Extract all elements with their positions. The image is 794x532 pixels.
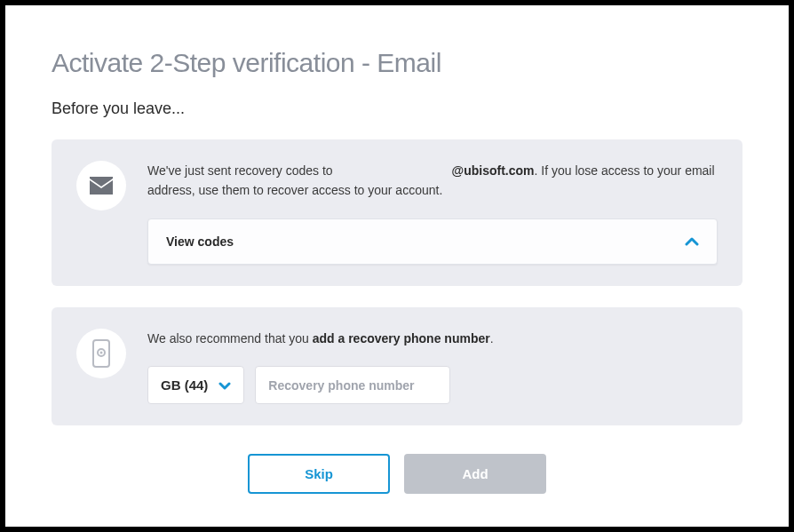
mail-icon — [90, 177, 113, 195]
email-domain: @ubisoft.com — [452, 163, 535, 178]
country-code-select[interactable]: GB (44) — [147, 366, 244, 404]
skip-button[interactable]: Skip — [248, 454, 390, 494]
chevron-down-icon — [218, 377, 231, 393]
recovery-phone-content: We also recommend that you add a recover… — [147, 329, 718, 404]
dialog-title: Activate 2-Step verification - Email — [52, 48, 742, 78]
svg-point-2 — [100, 351, 103, 353]
recovery-codes-text: We've just sent recovery codes to @ubiso… — [147, 161, 718, 201]
phone-input-row: GB (44) — [147, 366, 718, 404]
recovery-phone-input[interactable] — [255, 366, 450, 404]
phone-icon — [92, 339, 110, 368]
view-codes-label: View codes — [166, 234, 234, 249]
phone-text-prefix: We also recommend that you — [147, 331, 313, 345]
recovery-phone-panel: We also recommend that you add a recover… — [52, 307, 742, 425]
phone-text-bold: add a recovery phone number — [313, 331, 490, 345]
phone-text-suffix: . — [490, 331, 494, 345]
view-codes-button[interactable]: View codes — [147, 218, 718, 265]
recovery-phone-text: We also recommend that you add a recover… — [147, 329, 718, 348]
recovery-codes-content: We've just sent recovery codes to @ubiso… — [147, 161, 718, 265]
phone-icon-container — [76, 329, 126, 378]
chevron-up-icon — [685, 234, 699, 250]
recovery-codes-panel: We've just sent recovery codes to @ubiso… — [52, 139, 742, 286]
add-button[interactable]: Add — [404, 454, 546, 494]
mail-icon-container — [76, 161, 126, 210]
country-code-label: GB (44) — [161, 377, 208, 393]
footer-buttons: Skip Add — [52, 454, 742, 494]
text-prefix: We've just sent recovery codes to — [147, 163, 337, 178]
dialog-subtitle: Before you leave... — [52, 99, 742, 118]
two-step-verification-dialog: Activate 2-Step verification - Email Bef… — [5, 5, 789, 527]
